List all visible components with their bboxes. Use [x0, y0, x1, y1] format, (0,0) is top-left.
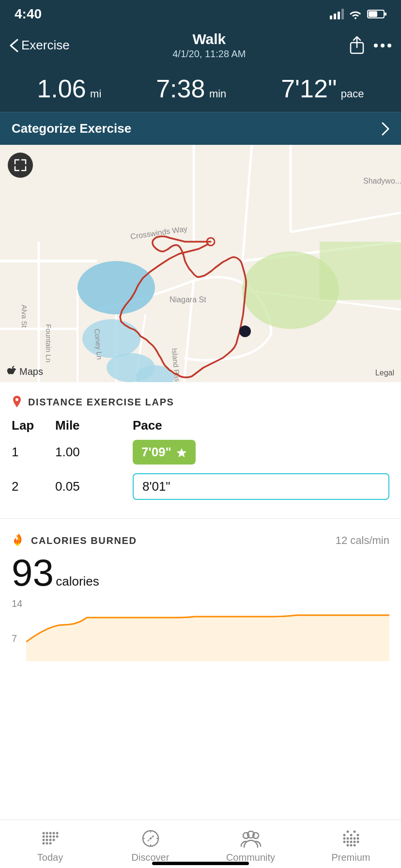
battery-icon: [367, 9, 386, 19]
svg-point-73: [353, 841, 355, 843]
svg-point-63: [353, 831, 355, 833]
svg-point-50: [42, 842, 45, 845]
svg-point-56: [150, 837, 152, 839]
svg-point-39: [52, 832, 55, 835]
svg-text:Shadywo...: Shadywo...: [363, 177, 401, 185]
chart-label-top: 14: [12, 598, 22, 609]
svg-point-46: [42, 839, 45, 841]
svg-point-43: [49, 836, 51, 838]
map-expand-button[interactable]: [8, 153, 33, 178]
lap-mile: 0.05: [55, 479, 133, 494]
svg-point-44: [52, 836, 55, 838]
svg-point-38: [49, 832, 51, 835]
svg-point-77: [353, 844, 355, 847]
status-icons: [330, 9, 386, 19]
lap-mile: 1.00: [55, 445, 133, 460]
bottom-spacer: [0, 676, 401, 734]
chart-label-mid: 7: [12, 633, 17, 644]
svg-point-72: [350, 841, 352, 843]
svg-point-45: [56, 836, 58, 838]
table-row: 2 0.05 8'01": [12, 473, 389, 500]
duration-value: 7:38: [156, 75, 205, 103]
nav-today-label: Today: [37, 852, 63, 863]
svg-point-62: [350, 834, 352, 837]
svg-point-41: [42, 836, 45, 838]
svg-point-68: [353, 837, 355, 840]
nav-item-today[interactable]: Today: [21, 828, 79, 863]
premium-icon: [340, 828, 362, 849]
svg-point-61: [346, 831, 349, 833]
svg-point-66: [346, 837, 349, 840]
stat-pace: 7'12" pace: [281, 76, 364, 101]
calories-section-title: CALORIES BURNED: [31, 535, 137, 546]
categorize-label: Categorize Exercise: [12, 121, 131, 136]
calories-chart: 14 7: [12, 598, 389, 676]
svg-point-75: [346, 844, 349, 847]
nav-title: Walk: [172, 31, 246, 47]
laps-header: DISTANCE EXERCISE LAPS: [12, 396, 389, 408]
svg-point-74: [356, 841, 359, 843]
svg-point-71: [346, 841, 349, 843]
discover-icon: [140, 828, 161, 849]
nav-item-discover[interactable]: Discover: [122, 828, 180, 863]
today-icon: [40, 828, 61, 849]
laps-table: Lap Mile Pace 1 1.00 7'09" 2 0.05 8'01": [12, 418, 389, 500]
home-indicator: [152, 862, 249, 865]
stat-distance: 1.06 mi: [37, 76, 101, 101]
categorize-bar[interactable]: Categorize Exercise: [0, 112, 401, 145]
calories-value: 93: [12, 551, 54, 594]
svg-point-47: [46, 839, 48, 841]
nav-actions: [349, 36, 391, 55]
svg-point-52: [49, 842, 51, 845]
svg-point-67: [350, 837, 352, 840]
nav-header: Exercise Walk 4/1/20, 11:28 AM: [0, 26, 401, 67]
share-icon[interactable]: [349, 36, 365, 55]
svg-point-40: [56, 832, 58, 835]
duration-unit: min: [209, 88, 226, 100]
nav-item-premium[interactable]: Premium: [322, 828, 380, 863]
nav-item-community[interactable]: Community: [222, 828, 280, 863]
svg-point-42: [46, 836, 48, 838]
header-lap: Lap: [12, 418, 55, 433]
pace-value: 7'12": [281, 75, 337, 103]
svg-point-34: [242, 328, 248, 335]
back-button[interactable]: Exercise: [10, 38, 70, 53]
nav-subtitle: 4/1/20, 11:28 AM: [172, 48, 246, 60]
calories-section: CALORIES BURNED 12 cals/min 93 calories …: [0, 519, 401, 676]
apple-maps-label: Maps: [7, 366, 43, 377]
svg-rect-2: [369, 11, 377, 17]
svg-point-60: [343, 834, 345, 837]
stats-row: 1.06 mi 7:38 min 7'12" pace: [0, 67, 401, 112]
table-row: 1 1.00 7'09": [12, 440, 389, 465]
svg-text:Niagara St: Niagara St: [170, 295, 206, 304]
svg-point-51: [46, 842, 48, 845]
more-menu[interactable]: [374, 44, 391, 47]
svg-text:Fountain Ln: Fountain Ln: [45, 324, 53, 362]
lap-number: 2: [12, 479, 55, 494]
svg-point-76: [350, 844, 352, 847]
svg-point-36: [42, 832, 45, 835]
svg-point-37: [46, 832, 48, 835]
status-bar: 4:40: [0, 0, 401, 26]
svg-point-49: [52, 839, 55, 841]
signal-icon: [330, 9, 344, 19]
svg-point-70: [343, 841, 345, 843]
calories-rate: 12 cals/min: [336, 534, 389, 547]
status-time: 4:40: [15, 6, 42, 22]
flame-icon: [12, 532, 25, 549]
map-container: Crosswinds Way Fountain Ln Alva St Coney…: [0, 145, 401, 382]
svg-point-65: [343, 837, 345, 840]
nav-premium-label: Premium: [331, 852, 370, 863]
bottom-nav: Today Discover: [0, 820, 401, 868]
stat-duration: 7:38 min: [156, 76, 226, 101]
laps-section: DISTANCE EXERCISE LAPS Lap Mile Pace 1 1…: [0, 382, 401, 519]
normal-pace-badge: 8'01": [133, 473, 389, 500]
svg-point-22: [82, 319, 140, 358]
laps-section-title: DISTANCE EXERCISE LAPS: [28, 397, 174, 408]
back-label: Exercise: [21, 38, 70, 53]
calories-unit: calories: [56, 574, 99, 589]
header-mile: Mile: [55, 418, 133, 433]
svg-point-48: [49, 839, 51, 841]
lap-pace: 8'01": [133, 473, 389, 500]
svg-marker-35: [177, 448, 186, 457]
